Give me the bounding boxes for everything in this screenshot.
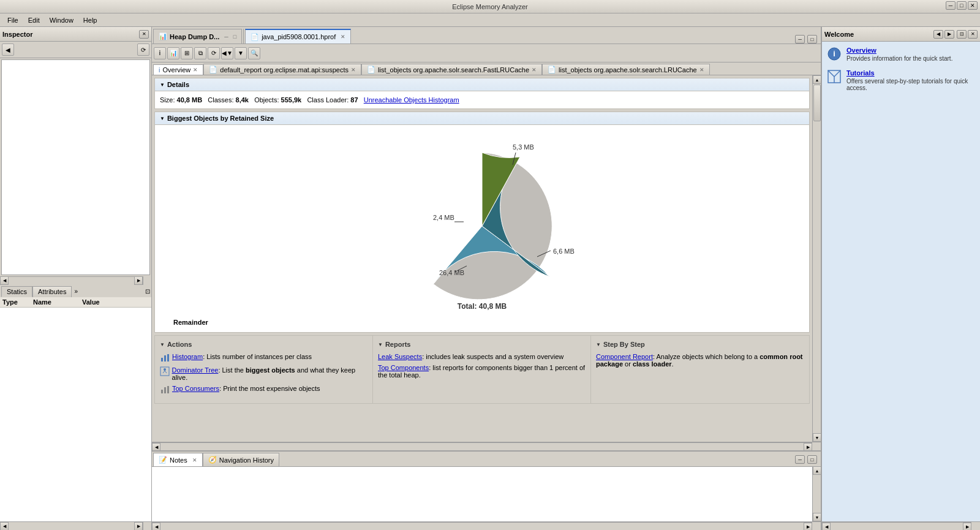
main-vscroll[interactable]: ▲ ▼	[812, 75, 821, 442]
inspector-header: Inspector ✕	[0, 27, 151, 42]
tutorials-link[interactable]: Tutorials	[846, 69, 975, 77]
step-by-step-header[interactable]: ▼ Step By Step	[596, 341, 804, 348]
content-tab-default-report[interactable]: 📄 default_report org.eclipse.mat.api:sus…	[203, 64, 361, 75]
inspector-hscroll[interactable]: ◀ ▶	[0, 276, 143, 285]
content-tab-lru[interactable]: 📄 list_objects org.apache.solr.search.LR…	[542, 64, 710, 75]
welcome-overview-item: i Overview Provides information for the …	[827, 47, 975, 62]
leak-suspects-link[interactable]: Leak Suspects	[378, 353, 422, 360]
svg-rect-12	[164, 387, 166, 393]
top-components-link[interactable]: Top Components	[378, 364, 429, 371]
leak-suspects-desc: : includes leak suspects and a system ov…	[422, 353, 564, 360]
tab-statics[interactable]: Statics	[1, 286, 32, 297]
welcome-nav-back[interactable]: ◀	[933, 30, 943, 39]
close-btn[interactable]: ✕	[968, 1, 978, 10]
details-triangle: ▼	[160, 82, 165, 88]
center-minimize-btn[interactable]: ─	[795, 35, 805, 44]
svg-rect-11	[161, 390, 163, 393]
bottom-panel-min-btn[interactable]: ─	[795, 455, 805, 464]
dominator-link[interactable]: Dominator Tree	[172, 366, 219, 374]
window-controls[interactable]: ─ □ ✕	[946, 1, 978, 10]
objects-label: Objects:	[254, 96, 279, 104]
content-tab-fast-lru[interactable]: 📄 list_objects org.apache.solr.search.Fa…	[361, 64, 542, 75]
pie-chart-container: 26,4 MB 6,6 MB 5,3 MB 2,4 MB	[155, 125, 809, 332]
lru-close[interactable]: ✕	[699, 67, 704, 73]
overview-link[interactable]: Overview	[846, 47, 952, 54]
menu-file[interactable]: File	[2, 15, 23, 25]
heap-dump-max[interactable]: □	[233, 34, 236, 40]
overview-close-icon[interactable]: ✕	[193, 67, 198, 73]
toolbar-search-btn[interactable]: 🔍	[248, 47, 260, 59]
report-icon: 📄	[209, 66, 217, 74]
main-hscroll[interactable]: ◀ ▶	[152, 442, 812, 451]
vscroll-down[interactable]: ▼	[813, 433, 821, 442]
scroll-right2[interactable]: ▶	[134, 522, 143, 530]
tab-expand-icon[interactable]: ⊡	[145, 288, 150, 295]
reports-header[interactable]: ▼ Reports	[378, 341, 586, 348]
welcome-tutorials-text: Tutorials Offers several step-by-step tu…	[846, 69, 975, 91]
content-tab-overview[interactable]: i Overview ✕	[153, 64, 203, 75]
tab-notes[interactable]: 📝 Notes ✕	[153, 453, 203, 466]
details-title: Details	[167, 81, 189, 88]
toolbar-copy-btn[interactable]: ⧉	[194, 47, 206, 59]
center-maximize-btn[interactable]: □	[807, 35, 817, 44]
default-report-close[interactable]: ✕	[351, 67, 356, 73]
unreachable-link[interactable]: Unreachable Objects Histogram	[364, 96, 459, 104]
welcome-expand[interactable]: ⊡	[957, 30, 967, 39]
file-tab-close[interactable]: ✕	[341, 34, 345, 40]
tab-nav-history[interactable]: 🧭 Navigation History	[203, 453, 279, 466]
heap-dump-close[interactable]: ─	[224, 34, 228, 40]
heap-dump-icon: 📊	[159, 32, 167, 40]
tab-attributes[interactable]: Attributes	[32, 286, 72, 297]
bottom-hscroll[interactable]: ◀ ▶	[152, 522, 812, 530]
welcome-hscroll-right[interactable]: ▶	[963, 523, 971, 530]
details-header[interactable]: ▼ Details	[155, 78, 809, 91]
toolbar-chart-btn[interactable]: 📊	[167, 47, 179, 59]
toolbar-filter-btn[interactable]: ▼	[235, 47, 247, 59]
minimize-btn[interactable]: ─	[946, 1, 956, 10]
toolbar-grid-btn[interactable]: ⊞	[181, 47, 193, 59]
scroll-left-btn[interactable]: ◀	[0, 276, 9, 285]
consumers-link[interactable]: Top Consumers	[172, 385, 219, 392]
heap-dump-panel-tab[interactable]: 📊 Heap Dump D... ─ □	[153, 29, 242, 44]
inspector-toolbar-btn1[interactable]: ◀	[2, 44, 14, 56]
actions-header[interactable]: ▼ Actions	[160, 341, 368, 348]
size-value: 40,8 MB	[177, 96, 203, 104]
bottom-hscroll-right[interactable]: ▶	[804, 523, 812, 530]
bottom-vscroll[interactable]: ▲ ▼	[812, 466, 821, 521]
toolbar-info-btn[interactable]: i	[154, 47, 166, 59]
vscroll-thumb[interactable]	[813, 85, 821, 121]
toolbar-refresh-btn[interactable]: ⟳	[208, 47, 220, 59]
pie-chart: 26,4 MB 6,6 MB 5,3 MB 2,4 MB	[360, 131, 605, 315]
file-tab-hprof[interactable]: 📄 java_pid5908.0001.hprof ✕	[245, 29, 351, 44]
bottom-vscroll-down[interactable]: ▼	[813, 513, 821, 521]
menu-window[interactable]: Window	[45, 15, 78, 25]
bottom-hscroll-left[interactable]: ◀	[152, 523, 160, 530]
inspector-table-hscroll[interactable]: ◀ ▶	[0, 522, 143, 530]
welcome-nav-fwd[interactable]: ▶	[944, 30, 954, 39]
tab-more-icon[interactable]: »	[74, 288, 78, 295]
reports-title: Reports	[385, 341, 411, 348]
inspector-close-icon[interactable]: ✕	[139, 30, 149, 39]
restore-btn[interactable]: □	[957, 1, 967, 10]
notes-close[interactable]: ✕	[192, 457, 197, 463]
component-report-link[interactable]: Component Report	[596, 353, 653, 360]
objects-value: 555,9k	[281, 96, 302, 104]
file-tab-label: java_pid5908.0001.hprof	[262, 33, 336, 40]
bottom-panel-max-btn[interactable]: □	[807, 455, 817, 464]
scroll-right-btn[interactable]: ▶	[134, 276, 143, 285]
welcome-hscroll-left[interactable]: ◀	[822, 523, 831, 530]
toolbar-nav-btn[interactable]: ◀▼	[221, 47, 233, 59]
vscroll-up[interactable]: ▲	[813, 75, 821, 84]
menu-edit[interactable]: Edit	[23, 15, 45, 25]
menu-help[interactable]: Help	[78, 15, 102, 25]
welcome-close[interactable]: ✕	[968, 30, 978, 39]
menu-bar: File Edit Window Help	[0, 13, 980, 27]
fast-lru-close[interactable]: ✕	[532, 67, 537, 73]
welcome-hscroll[interactable]: ◀ ▶	[822, 522, 971, 530]
col-type: Type	[2, 298, 33, 306]
inspector-toolbar-btn2[interactable]: ⟳	[137, 44, 149, 56]
histogram-link[interactable]: Histogram	[172, 353, 203, 360]
biggest-objects-header[interactable]: ▼ Biggest Objects by Retained Size	[155, 112, 809, 125]
bottom-vscroll-up[interactable]: ▲	[813, 466, 821, 475]
scroll-left2[interactable]: ◀	[0, 522, 9, 530]
